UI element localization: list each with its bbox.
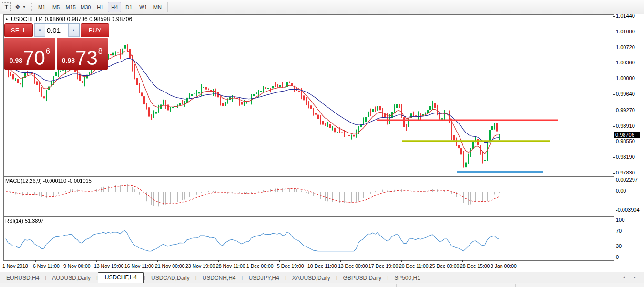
- timeframe-button-w1[interactable]: W1: [136, 2, 150, 12]
- buy-button[interactable]: BUY: [81, 23, 109, 37]
- collapse-triangle-icon[interactable]: ▲: [5, 17, 9, 21]
- macd-canvas[interactable]: [4, 177, 613, 215]
- macd-axis-label: -0.003904: [616, 207, 640, 213]
- rsi-axis-label: 100: [616, 217, 624, 223]
- buy-price-prefix: 0.98: [62, 57, 75, 64]
- date-axis-tick: [249, 260, 249, 262]
- date-axis-label: 25 Dec 00:00: [429, 263, 459, 269]
- price-axis-tick: [613, 48, 615, 48]
- mt4-window: T ❖ ▼ M1M5M15M30H1H4D1W1MN ▲ USDCHF,H4 0…: [0, 0, 644, 287]
- tab-scroll-arrows[interactable]: ◂ ▸: [623, 275, 640, 279]
- arrows-icon: ❖: [15, 3, 20, 10]
- date-axis-label: 10 Dec 11:00: [307, 263, 337, 269]
- date-axis-label: 3 Jan 00:00: [491, 263, 517, 269]
- date-axis-tick: [188, 260, 188, 262]
- date-axis-label: 1 Dec 00:00: [246, 263, 274, 269]
- date-axis-tick: [462, 260, 463, 262]
- date-axis-tick: [493, 260, 493, 262]
- timeframe-button-m30[interactable]: M30: [79, 2, 92, 12]
- rsi-axis-label: 0: [616, 254, 619, 260]
- toolbar: T ❖ ▼ M1M5M15M30H1H4D1W1MN: [0, 0, 644, 14]
- date-axis-tick: [66, 260, 66, 262]
- price-axis-label: 1.00720: [616, 44, 635, 50]
- current-price-badge: 0.98706: [614, 132, 640, 138]
- timeframe-button-mn[interactable]: MN: [151, 2, 164, 12]
- toolbar-grip: [31, 2, 32, 12]
- sell-price-prefix: 0.98: [10, 57, 22, 64]
- date-axis-tick: [96, 260, 97, 262]
- tab-xauusd-daily[interactable]: XAUUSD,Daily: [286, 273, 336, 283]
- date-axis-tick: [432, 260, 432, 262]
- price-axis-label: 0.98550: [616, 138, 635, 144]
- status-separator: [158, 284, 158, 287]
- tab-audusd-daily[interactable]: AUDUSD,Daily: [46, 273, 96, 283]
- volume-decrease-button[interactable]: ▼: [34, 24, 45, 37]
- price-axis-tick: [613, 16, 615, 17]
- volume-increase-button[interactable]: ▲: [68, 24, 79, 37]
- buy-price-display[interactable]: 0.98 73 8: [57, 38, 108, 70]
- date-axis-tick: [371, 260, 371, 262]
- buy-price-pip: 8: [98, 47, 102, 56]
- price-axis-label: 1.00360: [616, 60, 635, 65]
- date-axis-tick: [5, 260, 5, 262]
- tab-usdcad-daily[interactable]: USDCAD,Daily: [145, 273, 195, 283]
- price-axis-label: 0.99270: [616, 107, 635, 113]
- timeframe-button-h4[interactable]: H4: [108, 2, 121, 12]
- price-axis-label: 1.01080: [616, 29, 635, 34]
- date-axis-label: 1 Nov 2018: [2, 263, 28, 269]
- arrows-tool-button[interactable]: ❖ ▼: [15, 3, 26, 10]
- sell-price-pip: 6: [46, 47, 50, 56]
- date-axis-label: 23 Nov 19:00: [185, 263, 215, 269]
- date-axis-tick: [310, 260, 310, 262]
- status-separator: [515, 284, 516, 287]
- rsi-label: RSI(14) 51.3897: [5, 218, 44, 224]
- one-click-trade-panel: SELL ▼ 0.01 ▲ BUY 0.98 70 6 0.98 73 8: [4, 23, 109, 70]
- price-axis-tick: [613, 111, 615, 111]
- date-axis-label: 21 Nov 00:00: [155, 263, 184, 269]
- macd-label: MACD(12,26,9) -0.000110 -0.001015: [5, 178, 92, 184]
- text-tool-icon[interactable]: T: [2, 2, 11, 11]
- chevron-down-icon: ▼: [22, 5, 26, 9]
- toolbar-separator: [167, 2, 168, 12]
- date-axis-tick: [218, 260, 219, 262]
- price-axis-tick: [613, 142, 615, 142]
- status-separator: [396, 284, 397, 287]
- price-axis-label: 0.98190: [616, 154, 635, 160]
- tab-eurusd-h4[interactable]: EURUSD,H4: [0, 273, 45, 283]
- price-axis-tick: [613, 173, 615, 174]
- date-axis-label: 17 Dec 19:00: [368, 263, 398, 269]
- timeframe-button-d1[interactable]: D1: [122, 2, 135, 12]
- date-axis-label: 28 Dec 15:00: [460, 263, 490, 269]
- price-axis-label: 0.98910: [616, 123, 635, 129]
- sell-button[interactable]: SELL: [4, 23, 33, 37]
- date-axis-tick: [127, 260, 127, 262]
- sell-price-display[interactable]: 0.98 70 6: [4, 38, 55, 70]
- date-axis-label: 9 Nov 00:00: [63, 263, 91, 269]
- timeframe-button-m5[interactable]: M5: [50, 2, 63, 12]
- date-axis-label: 16 Nov 11:00: [124, 263, 154, 269]
- rsi-panel[interactable]: [3, 216, 614, 261]
- price-axis-label: 0.97830: [616, 170, 635, 175]
- tab-gbpusd-daily[interactable]: GBPUSD,Daily: [337, 273, 388, 283]
- buy-price-main: 73: [75, 50, 98, 67]
- tab-usdchf-h4[interactable]: USDCHF,H4: [98, 272, 144, 283]
- macd-panel[interactable]: [3, 177, 614, 216]
- timeframe-button-h1[interactable]: H1: [93, 2, 107, 12]
- date-axis-tick: [279, 260, 280, 262]
- volume-input[interactable]: 0.01: [45, 24, 68, 37]
- rsi-axis-label: 30: [616, 243, 622, 249]
- date-axis-tick: [157, 260, 158, 262]
- rsi-canvas[interactable]: [4, 217, 613, 259]
- tab-usdcnh-h4[interactable]: USDCNH,H4: [197, 273, 242, 283]
- date-axis-tick: [401, 260, 402, 262]
- chart-title: USDCHF,H4 0.98608 0.98736 0.98598 0.9870…: [11, 16, 132, 22]
- volume-spinner: ▼ 0.01 ▲: [34, 23, 80, 37]
- date-axis-label: 28 Nov 11:00: [216, 263, 245, 269]
- date-axis-label: 5 Dec 19:00: [277, 263, 304, 269]
- tab-sp500-h1[interactable]: SP500,H1: [388, 273, 426, 283]
- timeframe-button-m15[interactable]: M15: [64, 2, 78, 12]
- tab-usdjpy-h4[interactable]: USDJPY,H4: [243, 273, 285, 283]
- chart-tab-bar: EURUSD,H4|AUDUSD,Daily|USDCHF,H4|USDCAD,…: [0, 272, 644, 283]
- price-axis-label: 1.00000: [616, 75, 635, 81]
- timeframe-button-m1[interactable]: M1: [35, 2, 49, 12]
